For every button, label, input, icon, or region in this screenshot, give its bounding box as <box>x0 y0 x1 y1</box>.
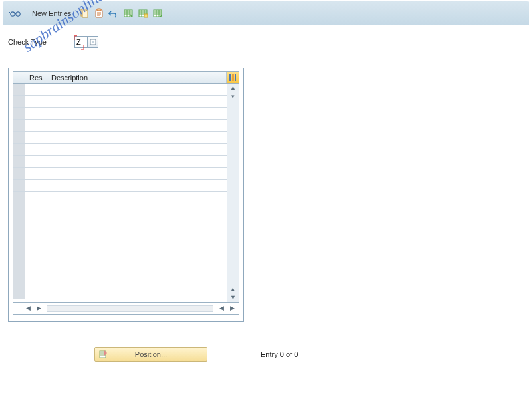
position-icon <box>99 350 108 359</box>
row-selector[interactable] <box>13 192 25 203</box>
cell-description[interactable] <box>47 239 227 251</box>
cell-description[interactable] <box>47 203 227 215</box>
undo-icon[interactable] <box>108 8 119 19</box>
row-selector[interactable] <box>13 132 25 143</box>
cell-description[interactable] <box>47 108 227 119</box>
row-selector[interactable] <box>13 120 25 131</box>
cell-description[interactable] <box>47 263 227 275</box>
row-selector[interactable] <box>13 180 25 191</box>
scroll-down-button[interactable]: ▼ <box>228 293 238 302</box>
cell-res[interactable] <box>25 168 47 179</box>
cell-res[interactable] <box>25 215 47 227</box>
scroll-up-step-button[interactable]: ▾ <box>228 92 238 101</box>
table-icon-2[interactable] <box>138 8 148 19</box>
row-selector[interactable] <box>13 156 25 167</box>
table-row[interactable] <box>13 251 227 263</box>
table-row[interactable] <box>13 120 227 132</box>
cell-description[interactable] <box>47 215 227 227</box>
scroll-left-step-button[interactable]: ▶ <box>35 304 43 313</box>
cell-res[interactable] <box>25 287 47 299</box>
cell-res[interactable] <box>25 203 47 215</box>
cell-res[interactable] <box>25 120 47 131</box>
cell-description[interactable] <box>47 84 227 95</box>
row-selector[interactable] <box>13 203 25 215</box>
table-row[interactable] <box>13 132 227 144</box>
row-selector[interactable] <box>13 168 25 179</box>
cell-description[interactable] <box>47 96 227 107</box>
table-row[interactable] <box>13 192 227 203</box>
new-entries-button[interactable]: New Entries <box>28 8 75 19</box>
cell-res[interactable] <box>25 132 47 143</box>
column-header-description[interactable]: Description <box>47 72 227 83</box>
row-selector[interactable] <box>13 96 25 107</box>
cell-description[interactable] <box>47 156 227 167</box>
cell-description[interactable] <box>47 251 227 263</box>
cell-res[interactable] <box>25 239 47 251</box>
row-selector[interactable] <box>13 215 25 227</box>
scroll-right-button[interactable]: ▶ <box>228 304 236 313</box>
table-row[interactable] <box>13 144 227 156</box>
row-selector[interactable] <box>13 227 25 239</box>
cell-res[interactable] <box>25 192 47 203</box>
table-row[interactable] <box>13 287 227 299</box>
horizontal-scrollbar[interactable]: ◀ ▶ ◀ ▶ <box>13 302 239 314</box>
table-row[interactable] <box>13 239 227 251</box>
cell-res[interactable] <box>25 108 47 119</box>
column-config-button[interactable] <box>227 72 239 83</box>
row-selector[interactable] <box>13 84 25 95</box>
table-row[interactable] <box>13 275 227 287</box>
table-row[interactable] <box>13 84 227 96</box>
row-selector[interactable] <box>13 275 25 287</box>
cell-description[interactable] <box>47 168 227 179</box>
row-selector[interactable] <box>13 108 25 119</box>
table-icon-3[interactable] <box>152 8 163 19</box>
position-button[interactable]: Position... <box>94 347 207 362</box>
table-row[interactable] <box>13 215 227 227</box>
cell-res[interactable] <box>25 156 47 167</box>
vertical-scrollbar[interactable]: ▲ ▾ ▴ ▼ <box>227 84 239 302</box>
select-all-header[interactable] <box>13 72 25 83</box>
row-selector[interactable] <box>13 251 25 263</box>
column-header-res[interactable]: Res <box>25 72 47 83</box>
table-row[interactable] <box>13 263 227 275</box>
row-selector[interactable] <box>13 287 25 299</box>
table-row[interactable] <box>13 96 227 108</box>
cell-description[interactable] <box>47 275 227 287</box>
table-row[interactable] <box>13 227 227 239</box>
table-icon-1[interactable] <box>123 8 134 19</box>
table-row[interactable] <box>13 203 227 215</box>
footer-bar: Position... Entry 0 of 0 <box>8 347 524 362</box>
check-type-input[interactable] <box>74 36 88 48</box>
cell-description[interactable] <box>47 132 227 143</box>
cell-description[interactable] <box>47 144 227 155</box>
cell-res[interactable] <box>25 227 47 239</box>
scroll-up-button[interactable]: ▲ <box>228 84 238 92</box>
cell-description[interactable] <box>47 180 227 191</box>
cell-res[interactable] <box>25 180 47 191</box>
cell-res[interactable] <box>25 144 47 155</box>
row-selector[interactable] <box>13 144 25 155</box>
scroll-right-step-button[interactable]: ◀ <box>217 304 225 313</box>
f4-help-button[interactable] <box>88 36 98 48</box>
scroll-left-button[interactable]: ◀ <box>24 304 32 313</box>
row-selector[interactable] <box>13 263 25 275</box>
cell-res[interactable] <box>25 263 47 275</box>
table-row[interactable] <box>13 156 227 168</box>
copy-icon[interactable] <box>79 8 90 19</box>
scroll-down-step-button[interactable]: ▴ <box>228 285 238 293</box>
horizontal-scroll-track[interactable] <box>47 305 213 312</box>
glasses-icon[interactable] <box>9 9 21 18</box>
cell-res[interactable] <box>25 84 47 95</box>
cell-res[interactable] <box>25 96 47 107</box>
cell-description[interactable] <box>47 287 227 299</box>
clipboard-icon[interactable] <box>94 8 104 19</box>
table-row[interactable] <box>13 180 227 192</box>
cell-res[interactable] <box>25 275 47 287</box>
cell-description[interactable] <box>47 192 227 203</box>
cell-res[interactable] <box>25 251 47 263</box>
table-row[interactable] <box>13 168 227 180</box>
cell-description[interactable] <box>47 120 227 131</box>
row-selector[interactable] <box>13 239 25 251</box>
table-row[interactable] <box>13 108 227 120</box>
cell-description[interactable] <box>47 227 227 239</box>
